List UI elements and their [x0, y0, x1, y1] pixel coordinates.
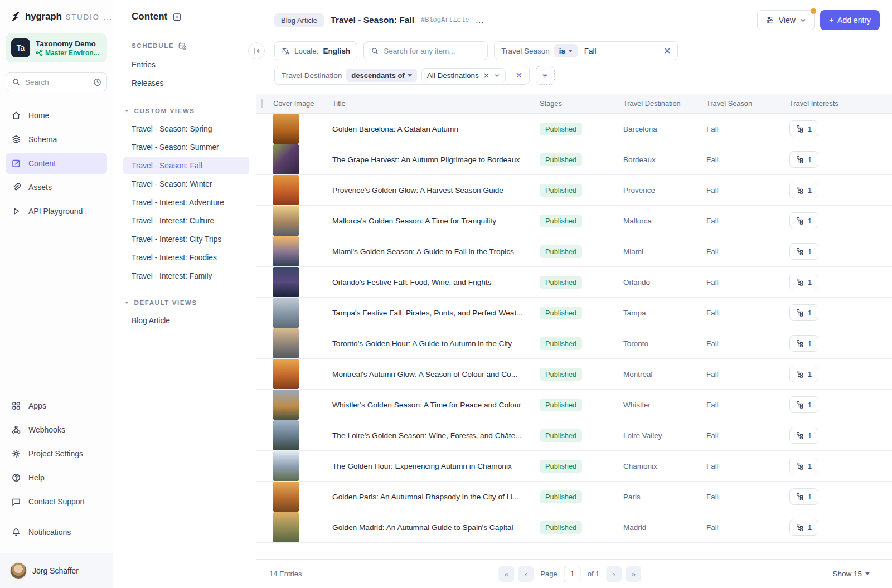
- cover-image[interactable]: [273, 512, 299, 542]
- travel-interests-chip[interactable]: 1: [789, 335, 818, 352]
- sidebar-item-home[interactable]: Home: [6, 105, 107, 126]
- entry-title[interactable]: Miami's Golden Season: A Guide to Fall i…: [332, 247, 514, 256]
- sidebar-item-content[interactable]: Content: [6, 153, 107, 174]
- column-header-travel-interests[interactable]: Travel Interests: [789, 99, 892, 108]
- table-row[interactable]: Provence's Golden Glow: A Harvest Season…: [256, 175, 892, 206]
- clear-value-icon[interactable]: [483, 72, 489, 79]
- global-search-input[interactable]: Search: [6, 72, 107, 91]
- entry-title[interactable]: The Loire's Golden Season: Wine, Forests…: [332, 431, 522, 440]
- remove-filter-icon[interactable]: [664, 47, 671, 54]
- sidebar-item-apps[interactable]: Apps: [6, 395, 107, 416]
- cover-image[interactable]: [273, 328, 299, 358]
- sidebar-item-entries[interactable]: Entries: [123, 56, 249, 74]
- add-filter-button[interactable]: [536, 66, 555, 85]
- sidebar-item-assets[interactable]: Assets: [6, 177, 107, 198]
- entry-title[interactable]: Provence's Golden Glow: A Harvest Season…: [332, 186, 503, 195]
- table-row[interactable]: Orlando's Festive Fall: Food, Wine, and …: [256, 267, 892, 298]
- sidebar-item-contact-support[interactable]: Contact Support: [6, 491, 107, 512]
- travel-interests-chip[interactable]: 1: [789, 120, 818, 137]
- column-header-travel-destination[interactable]: Travel Destination: [623, 99, 706, 108]
- last-page-button[interactable]: »: [626, 566, 641, 582]
- sidebar-view-item[interactable]: Travel - Interest: Culture: [123, 212, 249, 230]
- sidebar-item-project-settings[interactable]: Project Settings: [6, 443, 107, 464]
- user-menu[interactable]: Jörg Schäffer: [0, 553, 113, 588]
- filter-operator-dropdown[interactable]: descendants of: [346, 69, 416, 82]
- view-options-menu-icon[interactable]: ...: [476, 16, 484, 25]
- entry-title[interactable]: The Golden Hour: Experiencing Autumn in …: [332, 462, 512, 470]
- table-row[interactable]: Tampa's Festive Fall: Pirates, Punts, an…: [256, 298, 892, 328]
- cover-image[interactable]: [273, 114, 299, 144]
- sidebar-view-item[interactable]: Travel - Season: Summer: [123, 138, 249, 156]
- sidebar-view-item[interactable]: Travel - Season: Fall: [123, 157, 249, 174]
- travel-interests-chip[interactable]: 1: [789, 182, 818, 198]
- table-row[interactable]: Golden Barcelona: A Catalan Autumn Publi…: [256, 114, 892, 144]
- collapse-caret-icon[interactable]: ▾: [125, 108, 128, 114]
- sidebar-item-help[interactable]: Help: [6, 467, 107, 488]
- locale-selector[interactable]: Locale: English: [274, 41, 357, 60]
- workspace-menu-icon[interactable]: ...: [104, 12, 113, 22]
- sidebar-item-releases[interactable]: Releases: [123, 74, 249, 92]
- table-row[interactable]: The Loire's Golden Season: Wine, Forests…: [256, 420, 892, 451]
- cover-image[interactable]: [273, 451, 299, 481]
- collapse-sidebar-button[interactable]: [248, 42, 265, 59]
- entry-title[interactable]: Mallorca's Golden Season: A Time for Tra…: [332, 217, 496, 225]
- model-badge[interactable]: Blog Article: [274, 13, 324, 27]
- travel-interests-chip[interactable]: 1: [789, 488, 818, 505]
- cover-image[interactable]: [273, 236, 299, 266]
- sidebar-item-schema[interactable]: Schema: [6, 129, 107, 150]
- cover-image[interactable]: [273, 267, 299, 297]
- cover-image[interactable]: [273, 390, 299, 420]
- next-page-button[interactable]: ›: [606, 566, 622, 582]
- table-row[interactable]: Toronto's Golden Hour: A Guide to Autumn…: [256, 328, 892, 359]
- cover-image[interactable]: [273, 298, 299, 328]
- sidebar-item-api-playground[interactable]: API Playground: [6, 201, 107, 222]
- travel-interests-chip[interactable]: 1: [789, 151, 818, 168]
- sidebar-view-item[interactable]: Travel - Interest: Foodies: [123, 249, 249, 266]
- table-row[interactable]: Mallorca's Golden Season: A Time for Tra…: [256, 206, 892, 236]
- entry-title[interactable]: Golden Madrid: An Autumnal Guide to Spai…: [332, 523, 513, 532]
- table-row[interactable]: Golden Madrid: An Autumnal Guide to Spai…: [256, 512, 892, 543]
- sidebar-view-item[interactable]: Travel - Interest: Adventure: [123, 193, 249, 211]
- entry-title[interactable]: Golden Barcelona: A Catalan Autumn: [332, 125, 458, 133]
- travel-interests-chip[interactable]: 1: [789, 212, 818, 229]
- prev-page-button[interactable]: ‹: [518, 566, 534, 582]
- page-number-input[interactable]: 1: [564, 566, 581, 582]
- table-row[interactable]: Whistler's Golden Season: A Time for Pea…: [256, 390, 892, 420]
- cover-image[interactable]: [273, 482, 299, 512]
- sidebar-view-item[interactable]: Travel - Interest: Family: [123, 267, 249, 285]
- remove-filter-icon[interactable]: [516, 72, 522, 79]
- entry-title[interactable]: The Grape Harvest: An Autumn Pilgrimage …: [332, 155, 520, 164]
- column-header-title[interactable]: Title: [332, 99, 540, 108]
- calendar-clock-icon[interactable]: [178, 41, 187, 50]
- travel-interests-chip[interactable]: 1: [789, 427, 818, 444]
- entry-title[interactable]: Tampa's Festive Fall: Pirates, Punts, an…: [332, 309, 523, 317]
- sidebar-view-item[interactable]: Blog Article: [123, 312, 249, 329]
- travel-interests-chip[interactable]: 1: [789, 243, 818, 260]
- select-all-checkbox[interactable]: [261, 99, 263, 108]
- travel-interests-chip[interactable]: 1: [789, 366, 818, 382]
- view-button[interactable]: View: [757, 10, 815, 30]
- table-row[interactable]: Golden Paris: An Autumnal Rhapsody in th…: [256, 482, 892, 512]
- travel-interests-chip[interactable]: 1: [789, 458, 818, 474]
- entry-title[interactable]: Orlando's Festive Fall: Food, Wine, and …: [332, 278, 492, 286]
- travel-interests-chip[interactable]: 1: [789, 274, 818, 290]
- first-page-button[interactable]: «: [498, 566, 514, 582]
- cover-image[interactable]: [273, 206, 299, 236]
- entry-title[interactable]: Golden Paris: An Autumnal Rhapsody in th…: [332, 493, 519, 501]
- add-view-icon[interactable]: [172, 12, 182, 22]
- travel-interests-chip[interactable]: 1: [789, 519, 818, 536]
- item-search-input[interactable]: Search for any item...: [363, 41, 488, 60]
- table-row[interactable]: The Golden Hour: Experiencing Autumn in …: [256, 451, 892, 482]
- column-header-stages[interactable]: Stages: [540, 99, 623, 108]
- entry-title[interactable]: Whistler's Golden Season: A Time for Pea…: [332, 401, 521, 409]
- table-row[interactable]: The Grape Harvest: An Autumn Pilgrimage …: [256, 144, 892, 175]
- project-switcher[interactable]: Ta Taxonomy Demo Master Environ...: [6, 33, 107, 62]
- add-entry-button[interactable]: + Add entry: [820, 10, 880, 30]
- page-size-select[interactable]: Show 15: [832, 570, 870, 578]
- table-row[interactable]: Miami's Golden Season: A Guide to Fall i…: [256, 236, 892, 267]
- column-header-cover-image[interactable]: Cover Image: [273, 99, 332, 108]
- search-history-icon[interactable]: [93, 77, 102, 87]
- travel-interests-chip[interactable]: 1: [789, 304, 818, 321]
- sidebar-view-item[interactable]: Travel - Season: Spring: [123, 120, 249, 138]
- sidebar-item-webhooks[interactable]: Webhooks: [6, 419, 107, 440]
